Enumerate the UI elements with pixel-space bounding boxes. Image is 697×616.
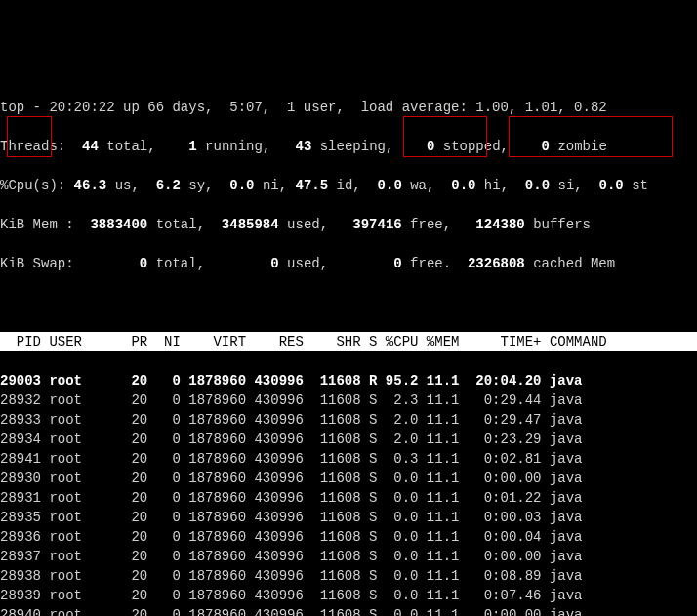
summary-line-swap: KiB Swap: 0 total, 0 used, 0 free. 23268…	[0, 254, 697, 273]
process-row[interactable]: 28930 root 20 0 1878960 430996 11608 S 0…	[0, 469, 697, 488]
summary-line-threads: Threads: 44 total, 1 running, 43 sleepin…	[0, 137, 697, 156]
summary-line-mem: KiB Mem : 3883400 total, 3485984 used, 3…	[0, 215, 697, 234]
process-row[interactable]: 29003 root 20 0 1878960 430996 11608 R 9…	[0, 371, 697, 390]
process-row[interactable]: 28936 root 20 0 1878960 430996 11608 S 0…	[0, 527, 697, 547]
process-row[interactable]: 28932 root 20 0 1878960 430996 11608 S 2…	[0, 390, 697, 410]
terminal-output: top - 20:20:22 up 66 days, 5:07, 1 user,…	[0, 78, 697, 616]
process-row[interactable]: 28935 root 20 0 1878960 430996 11608 S 0…	[0, 508, 697, 527]
process-row[interactable]: 28931 root 20 0 1878960 430996 11608 S 0…	[0, 488, 697, 508]
summary-line-cpu: %Cpu(s): 46.3 us, 6.2 sy, 0.0 ni, 47.5 i…	[0, 176, 697, 195]
process-row[interactable]: 28934 root 20 0 1878960 430996 11608 S 2…	[0, 430, 697, 449]
process-row[interactable]: 28938 root 20 0 1878960 430996 11608 S 0…	[0, 566, 697, 586]
process-list[interactable]: 29003 root 20 0 1878960 430996 11608 R 9…	[0, 371, 697, 616]
process-row[interactable]: 28937 root 20 0 1878960 430996 11608 S 0…	[0, 547, 697, 566]
process-row[interactable]: 28941 root 20 0 1878960 430996 11608 S 0…	[0, 449, 697, 469]
process-row[interactable]: 28939 root 20 0 1878960 430996 11608 S 0…	[0, 586, 697, 605]
summary-line-uptime: top - 20:20:22 up 66 days, 5:07, 1 user,…	[0, 98, 697, 117]
process-row[interactable]: 28933 root 20 0 1878960 430996 11608 S 2…	[0, 410, 697, 430]
process-row[interactable]: 28940 root 20 0 1878960 430996 11608 S 0…	[0, 605, 697, 616]
column-header[interactable]: PID USER PR NI VIRT RES SHR S %CPU %MEM …	[0, 332, 697, 351]
blank-line	[0, 293, 697, 312]
